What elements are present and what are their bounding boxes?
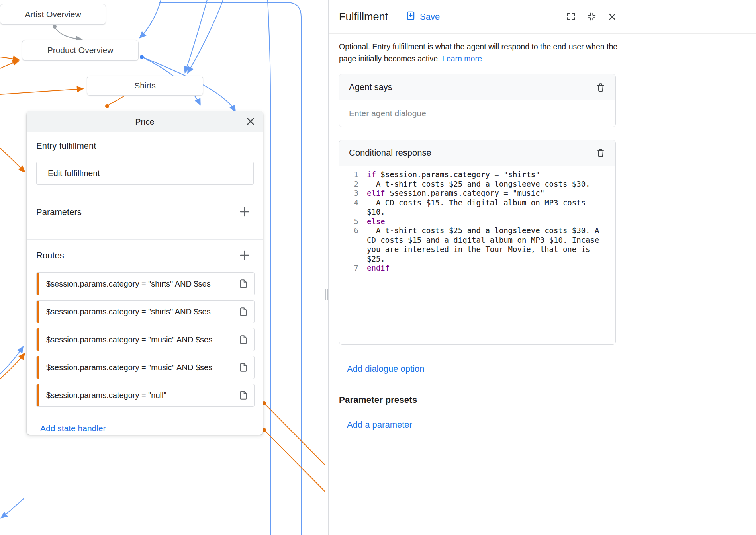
parameters-label: Parameters <box>36 207 82 217</box>
route-item[interactable]: $session.params.category = "shirts" AND … <box>36 300 255 323</box>
save-button[interactable]: Save <box>405 10 440 23</box>
parameters-row: Parameters <box>36 196 253 228</box>
page-icon[interactable] <box>238 334 249 345</box>
route-condition: $session.params.category = "music" AND $… <box>46 335 235 344</box>
code-line: 7endif <box>339 264 615 273</box>
code-line: 4 A CD costs $15. The digital album on M… <box>339 198 615 217</box>
route-item[interactable]: $session.params.category = "shirts" AND … <box>36 272 255 295</box>
learn-more-link[interactable]: Learn more <box>442 54 482 63</box>
code-line: 3elif $session.params.category = "music" <box>339 189 615 198</box>
trash-icon[interactable] <box>595 82 606 92</box>
code-line: 2 A t-shirt costs $25 and a longsleeve c… <box>339 180 615 189</box>
dialogflow-app: Artist Overview Product Overview Shirts … <box>0 0 756 535</box>
conditional-response-card: Conditional response 1if $session.params… <box>339 140 616 345</box>
route-condition: $session.params.category = "shirts" AND … <box>46 307 235 316</box>
conditional-response-header: Conditional response <box>339 140 615 166</box>
fullscreen-icon[interactable] <box>566 12 576 21</box>
save-label: Save <box>420 12 440 22</box>
agent-says-title: Agent says <box>349 82 392 92</box>
code-text: A t-shirt costs $25 and a longsleeve cos… <box>363 180 615 189</box>
line-number: 7 <box>339 264 363 273</box>
node-artist-overview[interactable]: Artist Overview <box>0 4 106 25</box>
code-text: elif $session.params.category = "music" <box>363 189 615 198</box>
page-icon[interactable] <box>238 390 249 400</box>
resize-grip-icon <box>325 289 328 300</box>
exit-fullscreen-icon[interactable] <box>587 12 596 21</box>
line-number: 1 <box>339 170 363 180</box>
add-a-parameter-link[interactable]: Add a parameter <box>347 420 412 430</box>
route-item[interactable]: $session.params.category = "music" AND $… <box>36 356 255 379</box>
code-text: else <box>363 217 615 226</box>
page-icon[interactable] <box>238 307 249 317</box>
routes-label: Routes <box>36 250 64 261</box>
node-shirts[interactable]: Shirts <box>87 76 203 96</box>
route-condition: $session.params.category = "shirts" AND … <box>46 279 235 289</box>
line-number: 4 <box>339 198 363 208</box>
condition-code-editor[interactable]: 1if $session.params.category = "shirts"2… <box>339 166 615 344</box>
line-number: 5 <box>339 217 363 226</box>
entry-fulfillment-label: Entry fulfillment <box>36 141 253 151</box>
price-panel-title: Price <box>135 117 155 127</box>
code-text: A CD costs $15. The digital album on MP3… <box>363 198 615 217</box>
panel-title: Fulfillment <box>339 11 388 23</box>
price-panel-body: Entry fulfillment Edit fulfillment Param… <box>27 132 263 433</box>
add-state-handler-link[interactable]: Add state handler <box>40 424 106 433</box>
node-label: Artist Overview <box>25 10 81 19</box>
panel-description: Optional. Entry fulfillment is what the … <box>339 41 618 64</box>
price-node-panel: Price Entry fulfillment Edit fulfillment… <box>27 111 263 435</box>
route-item[interactable]: $session.params.category = "music" AND $… <box>36 328 255 351</box>
header-divider <box>329 33 756 34</box>
code-line: 6 A t-shirt costs $25 and a longsleeve c… <box>339 226 615 264</box>
node-label: Shirts <box>134 81 156 90</box>
routes-list: $session.params.category = "shirts" AND … <box>36 271 253 407</box>
panel-resize-handle[interactable] <box>325 0 328 535</box>
fulfillment-panel: Fulfillment Save Optional. Entry fulfill… <box>328 0 756 535</box>
code-text: if $session.params.category = "shirts" <box>363 170 615 180</box>
line-number: 2 <box>339 180 363 189</box>
code-line: 1if $session.params.category = "shirts" <box>339 170 615 180</box>
close-icon[interactable] <box>607 12 617 21</box>
save-icon <box>405 10 416 23</box>
conditional-response-title: Conditional response <box>349 148 431 158</box>
trash-icon[interactable] <box>595 148 606 158</box>
page-icon[interactable] <box>238 362 249 373</box>
price-panel-header: Price <box>27 111 263 132</box>
gutter-divider <box>368 166 368 344</box>
fulfillment-panel-header: Fulfillment Save <box>329 0 617 33</box>
add-dialogue-option-link[interactable]: Add dialogue option <box>347 364 425 374</box>
page-icon[interactable] <box>238 279 249 289</box>
agent-says-card: Agent says <box>339 74 616 127</box>
route-condition: $session.params.category = "music" AND $… <box>46 363 235 372</box>
agent-says-header: Agent says <box>339 74 615 100</box>
node-label: Product Overview <box>47 45 114 55</box>
flow-canvas[interactable]: Artist Overview Product Overview Shirts … <box>0 0 325 535</box>
node-product-overview[interactable]: Product Overview <box>22 40 139 61</box>
add-route-icon[interactable] <box>238 249 251 262</box>
code-text: endif <box>363 264 615 273</box>
code-line: 5else <box>339 217 615 226</box>
fulfillment-panel-content: Optional. Entry fulfillment is what the … <box>329 33 626 430</box>
close-icon[interactable] <box>245 116 257 128</box>
code-text: A t-shirt costs $25 and a longsleeve cos… <box>363 226 615 264</box>
line-number: 3 <box>339 189 363 198</box>
route-condition: $session.params.category = "null" <box>46 391 235 400</box>
add-parameter-icon[interactable] <box>238 206 251 219</box>
edit-fulfillment-button[interactable]: Edit fulfillment <box>36 162 254 185</box>
code-lines: 1if $session.params.category = "shirts"2… <box>339 170 615 273</box>
parameter-presets-heading: Parameter presets <box>339 395 626 405</box>
routes-row: Routes <box>36 240 253 271</box>
route-item[interactable]: $session.params.category = "null" <box>36 384 255 407</box>
agent-dialogue-input[interactable] <box>339 100 615 127</box>
line-number: 6 <box>339 226 363 236</box>
